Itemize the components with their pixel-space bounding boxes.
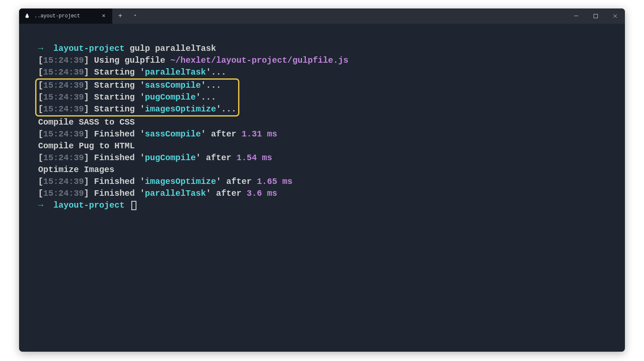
minimize-button[interactable] <box>566 8 586 24</box>
tab-area: ..ayout-project × + <box>19 8 142 24</box>
highlighted-region: [15:24:39] Starting 'sassCompile'... [15… <box>35 78 239 117</box>
command-text: gulp parallelTask <box>130 44 216 53</box>
output-line: [15:24:39] Starting 'imagesOptimize'... <box>38 103 236 115</box>
gulpfile-path: ~/hexlet/layout-project/gulpfile.js <box>170 56 348 65</box>
task-name: parallelTask <box>145 67 206 77</box>
output-line: [15:24:39] Finished 'imagesOptimize' aft… <box>38 176 606 188</box>
timestamp: 15:24:39 <box>43 81 84 90</box>
output-line: Compile Pug to HTML <box>38 140 606 152</box>
new-tab-button[interactable]: + <box>112 12 128 20</box>
close-button[interactable] <box>605 8 625 24</box>
timestamp: 15:24:39 <box>43 104 84 114</box>
task-name: sassCompile <box>145 81 201 90</box>
terminal-tab[interactable]: ..ayout-project × <box>19 8 112 24</box>
timestamp: 15:24:39 <box>43 67 84 77</box>
terminal-window: ..ayout-project × + → layout-project gul… <box>19 8 625 352</box>
output-line: Optimize Images <box>38 164 606 176</box>
duration: 1.31 ms <box>242 129 277 139</box>
output-line: Compile SASS to CSS <box>38 117 606 128</box>
prompt-line: → layout-project <box>38 200 606 211</box>
task-name: parallelTask <box>145 189 206 198</box>
task-name: imagesOptimize <box>145 177 216 186</box>
duration: 3.6 ms <box>247 189 277 198</box>
timestamp: 15:24:39 <box>43 189 84 198</box>
tux-icon <box>24 13 30 19</box>
svg-rect-0 <box>574 16 578 16</box>
tab-dropdown-icon[interactable] <box>128 12 142 20</box>
output-line: [15:24:39] Finished 'sassCompile' after … <box>38 128 606 140</box>
output-line: [15:24:39] Using gulpfile ~/hexlet/layou… <box>38 55 606 67</box>
titlebar: ..ayout-project × + <box>19 8 625 24</box>
prompt-arrow-icon: → <box>38 44 43 53</box>
prompt-dir: layout-project <box>53 200 125 210</box>
maximize-button[interactable] <box>586 8 605 24</box>
timestamp: 15:24:39 <box>43 177 84 186</box>
window-controls <box>566 8 625 24</box>
cursor <box>131 201 136 210</box>
tab-title: ..ayout-project <box>34 13 96 19</box>
output-line: [15:24:39] Starting 'parallelTask'... <box>38 67 606 78</box>
task-name: pugCompile <box>145 92 196 102</box>
duration: 1.65 ms <box>257 177 292 186</box>
task-name: sassCompile <box>145 129 201 139</box>
prompt-line: → layout-project gulp parallelTask <box>38 43 606 55</box>
task-name: imagesOptimize <box>145 104 216 114</box>
output-line: [15:24:39] Starting 'sassCompile'... <box>38 80 236 92</box>
output-line: [15:24:39] Finished 'parallelTask' after… <box>38 188 606 200</box>
svg-rect-1 <box>594 14 598 18</box>
timestamp: 15:24:39 <box>43 153 84 163</box>
task-name: pugCompile <box>145 153 196 163</box>
output-line: [15:24:39] Starting 'pugCompile'... <box>38 92 236 103</box>
output-line: [15:24:39] Finished 'pugCompile' after 1… <box>38 152 606 164</box>
timestamp: 15:24:39 <box>43 92 84 102</box>
prompt-dir: layout-project <box>53 44 125 53</box>
close-tab-icon[interactable]: × <box>100 13 107 19</box>
prompt-arrow-icon: → <box>38 200 43 210</box>
terminal-output[interactable]: → layout-project gulp parallelTask [15:2… <box>19 24 625 230</box>
duration: 1.54 ms <box>236 153 272 163</box>
timestamp: 15:24:39 <box>43 129 84 139</box>
timestamp: 15:24:39 <box>43 56 84 65</box>
